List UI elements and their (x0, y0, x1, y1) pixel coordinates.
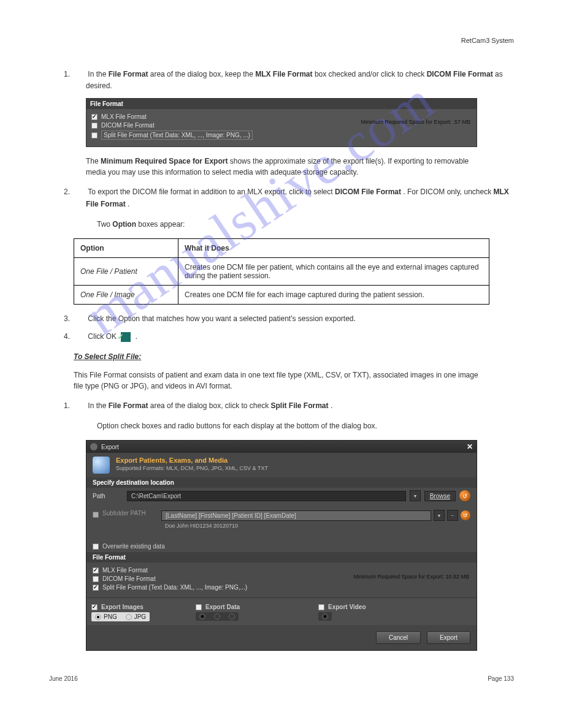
checkbox-label: DICOM File Format (102, 575, 156, 582)
subfolder-example: Doe John HID1234 20120710 (161, 521, 470, 531)
export-dialog: Export ✕ Export Patients, Exams, and Med… (86, 440, 477, 651)
option-intro: Two Option boxes appear: (97, 219, 514, 230)
close-icon[interactable]: ✕ (467, 442, 473, 451)
banner-subtitle: Supported Formats: MLX, DCM, PNG, JPG, X… (116, 465, 268, 471)
text: Two (97, 220, 112, 229)
label: Export Images (101, 604, 144, 610)
text: . For DICOM only, uncheck (403, 188, 493, 196)
checkbox-icon (318, 604, 324, 610)
cell-desc: Creates one DCM file for each image capt… (178, 285, 489, 304)
reset-icon[interactable]: ↺ (459, 490, 470, 501)
panel-title: File Format (86, 99, 477, 109)
section-file-format: File Format (86, 552, 477, 563)
split-checkbox-row[interactable]: Split File Format (Text Data: XML, ..., … (91, 131, 472, 140)
text: box checked and/or click to check (315, 70, 427, 78)
text: In the (88, 70, 108, 78)
text: In the (88, 401, 108, 410)
step-number: 1. (75, 400, 86, 412)
page-footer: June 2016 Page 133 (49, 675, 514, 682)
video-format-radios (318, 612, 332, 621)
path-row: Path C:\RetCam\Export ▾ Browse ↺ (86, 488, 477, 504)
required-space-note: Minimum Required Space for Export: .57 M… (361, 119, 470, 125)
split-after: Option check boxes and radio buttons for… (97, 420, 514, 431)
checkbox-icon (196, 604, 202, 610)
path-label: Path (93, 493, 123, 499)
path-dropdown-icon[interactable]: ▾ (410, 490, 421, 501)
text: . (128, 200, 129, 208)
data-format-radios (196, 612, 239, 621)
term-file-format: File Format (109, 401, 148, 410)
step-4: 4. Click OK ✓ . (86, 331, 514, 343)
export-images-check[interactable]: Export Images (91, 604, 186, 610)
file-format-panel-1: File Format MLX File Format DICOM File F… (86, 98, 477, 147)
subfolder-input[interactable]: [LastName] [FirstName] [Patient ID] [Exa… (161, 510, 431, 521)
table-row: One File / Image Creates one DCM file fo… (74, 285, 489, 304)
split-checkbox-row[interactable]: Split File Format (Text Data: XML, ..., … (93, 584, 470, 591)
text: area of the dialog box, (150, 70, 225, 78)
checkbox-label: MLX File Format (101, 113, 147, 120)
app-icon (90, 443, 98, 450)
cancel-button[interactable]: Cancel (376, 631, 421, 644)
reset-icon[interactable]: ↺ (461, 510, 470, 520)
banner-title: Export Patients, Exams, and Media (116, 457, 268, 464)
step-number: 4. (75, 331, 86, 343)
radio-icon[interactable] (214, 613, 220, 620)
path-input[interactable]: C:\RetCam\Export (127, 491, 406, 501)
term-file-format: File Format (109, 70, 148, 78)
text: keep the (225, 70, 255, 78)
radio-icon[interactable] (199, 613, 205, 620)
radio-label: PNG (104, 613, 117, 620)
jpg-radio[interactable]: JPG (126, 613, 146, 620)
export-video-check[interactable]: Export Video (318, 604, 472, 610)
required-space-note: Minimum Required Space for Export: 10.82… (353, 574, 469, 580)
png-radio[interactable]: PNG (95, 613, 117, 620)
globe-icon (93, 457, 110, 474)
subfolder-label: Subfolder PATH (102, 510, 158, 517)
split-step-1: 1. In the File Format area of the dialog… (86, 400, 514, 412)
overwrite-row[interactable]: Overwrite existing data (86, 540, 477, 552)
chevron-down-icon[interactable]: ▾ (434, 510, 445, 521)
checkbox-icon (93, 585, 99, 591)
checkbox-icon (93, 567, 99, 574)
checkbox-label: Split File Format (Text Data: XML, ..., … (102, 584, 247, 591)
step-number: 2. (75, 186, 86, 198)
checkbox-icon (93, 576, 99, 582)
footer-date: June 2016 (49, 675, 78, 682)
cell-option: One File / Patient (74, 257, 178, 285)
dialog-banner: Export Patients, Exams, and Media Suppor… (86, 453, 477, 477)
subfolder-row: Subfolder PATH [LastName] [FirstName] [P… (86, 507, 477, 533)
page-header: RetCam3 System (49, 37, 514, 44)
checkbox-icon (91, 132, 98, 138)
overwrite-label: Overwrite existing data (102, 543, 165, 550)
product-name: RetCam3 System (461, 37, 514, 44)
checkbox-icon (91, 114, 98, 120)
text: The (86, 157, 101, 165)
checkbox-label: DICOM File Format (101, 122, 155, 129)
radio-icon[interactable] (229, 613, 235, 620)
step-number: 1. (75, 69, 86, 80)
radio-icon[interactable] (322, 613, 328, 620)
options-table: Option What it Does One File / Patient C… (74, 238, 489, 305)
text: Click OK (88, 332, 118, 341)
browse-button[interactable]: Browse (424, 491, 456, 501)
term: Minimum Required Space for Export (101, 157, 228, 165)
mlx-checkbox-row[interactable]: MLX File Format (93, 567, 470, 574)
subfolder-checkbox[interactable] (93, 512, 99, 518)
radio-icon (126, 614, 132, 620)
minus-icon[interactable]: − (447, 510, 458, 521)
checkbox-label: Split File Format (Text Data: XML, ..., … (101, 131, 253, 140)
table-header-option: Option (74, 238, 178, 257)
cell-desc: Creates one DCM file per patient, which … (178, 257, 489, 285)
subheading-select-split: To Select Split File: (74, 352, 489, 361)
export-data-check[interactable]: Export Data (196, 604, 308, 610)
image-format-radios: PNG JPG (91, 612, 150, 621)
radio-icon (95, 614, 101, 620)
cell-option: One File / Image (74, 285, 178, 304)
split-intro: This File Format consists of patient and… (74, 370, 489, 392)
footer-page: Page 133 (488, 675, 514, 682)
filesize-paragraph: The Minimum Required Space for Export sh… (86, 156, 477, 178)
export-button[interactable]: Export (427, 631, 470, 644)
text: boxes appear: (138, 220, 185, 229)
step-2: 2. To export the DICOM file format in ad… (86, 186, 514, 210)
term-dicom: DICOM File Format (427, 70, 493, 78)
